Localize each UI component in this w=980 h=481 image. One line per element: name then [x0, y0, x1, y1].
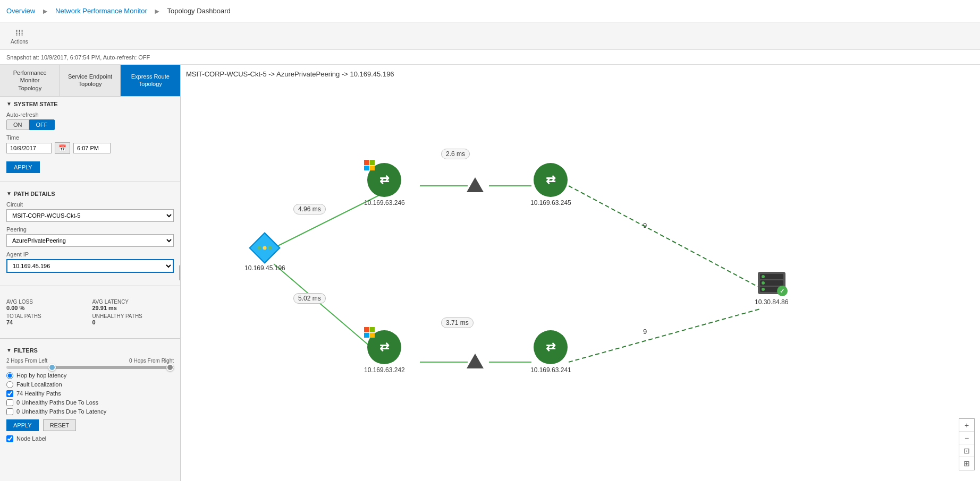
total-paths-value: 74	[6, 319, 88, 325]
check-node-label[interactable]	[6, 435, 13, 442]
ms-logo-n3-yellow	[370, 333, 375, 338]
filters-header: ▼ FILTERS	[6, 347, 174, 354]
system-apply-button[interactable]: APPLY	[6, 161, 40, 173]
breadcrumb-overview[interactable]: Overview	[6, 7, 35, 15]
peering-label: Peering	[6, 226, 174, 233]
check-healthy-row: 74 Healthy Paths	[6, 390, 174, 397]
node-n1-label: 10.169.63.246	[364, 199, 405, 207]
server-led-1	[762, 275, 765, 278]
time-row: Time 📅	[6, 134, 174, 154]
radio-fault-label: Fault Localization	[16, 381, 62, 388]
unhealthy-paths-label: UNHEALTHY PATHS	[92, 313, 174, 319]
calendar-button[interactable]: 📅	[55, 142, 70, 154]
peering-select[interactable]: AzurePrivatePeering	[6, 234, 174, 247]
system-state-section: ▼ SYSTEM STATE Auto-refresh ON OFF Time …	[0, 97, 180, 177]
auto-refresh-off[interactable]: OFF	[29, 119, 55, 130]
ms-logo-n3-green	[370, 327, 375, 332]
node-n3-icon: ⇄	[379, 340, 389, 354]
actions-icon: ⁞⁞⁞	[15, 28, 23, 38]
server-led-2	[762, 281, 765, 285]
node-label-check: Node Label	[16, 435, 46, 442]
path-details-chevron: ▼	[6, 191, 12, 196]
avg-loss-value: 0.00 %	[6, 305, 88, 311]
breadcrumb-npm[interactable]: Network Performance Monitor	[55, 7, 147, 15]
node-n4-circle: ⇄	[534, 330, 568, 364]
node-n4[interactable]: ⇄ 10.169.63.241	[530, 330, 571, 374]
unhealthy-paths-value: 0	[92, 319, 174, 325]
server-node[interactable]: ✓ 10.30.84.86	[755, 272, 788, 306]
avg-latency-item: AVG LATENCY 29.91 ms	[92, 299, 174, 311]
check-loss-row: 0 Unhealthy Paths Due To Loss	[6, 399, 174, 406]
check-loss[interactable]	[6, 399, 13, 406]
latency-badge-l1: 2.6 ms	[441, 149, 470, 159]
node-n3[interactable]: ⇄ 10.169.63.242	[364, 330, 405, 374]
check-loss-label: 0 Unhealthy Paths Due To Loss	[16, 399, 98, 406]
ms-logo-n3-red	[364, 327, 369, 332]
node-n3-circle: ⇄	[367, 330, 401, 364]
svg-line-7	[569, 309, 760, 362]
hops-slider[interactable]	[6, 366, 174, 369]
check-latency-row: 0 Unhealthy Paths Due To Latency	[6, 408, 174, 415]
breadcrumb-sep-2: ►	[154, 7, 161, 15]
auto-refresh-on[interactable]: ON	[6, 119, 29, 130]
radio-hop[interactable]	[6, 372, 13, 379]
circuit-label: Circuit	[6, 201, 174, 208]
node-n4-label: 10.169.63.241	[530, 366, 571, 374]
breadcrumb: Overview ► Network Performance Monitor ►…	[0, 0, 980, 22]
radio-fault[interactable]	[6, 381, 13, 388]
auto-refresh-row: Auto-refresh ON OFF	[6, 111, 174, 130]
agent-node[interactable]: 10.169.45.196	[244, 235, 285, 272]
date-input[interactable]	[6, 143, 52, 153]
node-n2-icon: ⇄	[546, 173, 555, 187]
node-n4-icon: ⇄	[546, 340, 555, 354]
hop-label-1: 9	[643, 221, 647, 229]
tab-performance-monitor[interactable]: Performance MonitorTopology	[0, 65, 60, 96]
datetime-row: 📅	[6, 142, 174, 154]
actions-button[interactable]: ⁞⁞⁞ Actions	[6, 25, 32, 47]
avg-loss-label: AVG LOSS	[6, 299, 88, 305]
check-latency[interactable]	[6, 408, 13, 415]
agent-ip-select[interactable]: 10.169.45.196	[6, 259, 174, 273]
ms-logo-n3-blue	[364, 333, 369, 338]
toolbar: ⁞⁞⁞ Actions	[0, 22, 980, 50]
agent-ip-row: Agent IP 10.169.45.196	[6, 251, 174, 273]
zoom-out-button[interactable]: −	[959, 432, 974, 444]
check-healthy[interactable]	[6, 390, 13, 397]
total-paths-item: TOTAL PATHS 74	[6, 313, 88, 325]
slider-thumb-right[interactable]	[166, 364, 174, 371]
server-label: 10.30.84.86	[755, 298, 788, 306]
node-n2[interactable]: ⇄ 10.169.63.245	[530, 163, 571, 207]
filters-title: FILTERS	[14, 347, 38, 354]
path-details-title: PATH DETAILS	[14, 191, 55, 197]
tab-service-endpoint[interactable]: Service EndpointTopology	[60, 65, 120, 96]
node-n1-icon: ⇄	[379, 173, 389, 187]
svg-line-6	[569, 186, 760, 288]
filters-chevron: ▼	[6, 347, 12, 353]
hop-label-2: 9	[643, 328, 647, 336]
hop-triangle-upper	[467, 177, 484, 192]
filter-reset-button[interactable]: RESET	[43, 419, 77, 431]
zoom-grid-button[interactable]: ⊞	[959, 457, 974, 470]
tab-express-route[interactable]: Express RouteTopology	[121, 65, 180, 96]
node-n2-label: 10.169.63.245	[530, 199, 571, 207]
latency-badge-l2: 4.96 ms	[293, 204, 326, 214]
server-row-2	[760, 280, 783, 286]
zoom-fit-button[interactable]: ⊡	[959, 444, 974, 457]
ms-logo-n3	[364, 327, 375, 338]
breadcrumb-sep-1: ►	[41, 7, 49, 15]
topology-canvas: MSIT-CORP-WCUS-Ckt-5 -> AzurePrivatePeer…	[181, 65, 980, 481]
stats-grid: AVG LOSS 0.00 % AVG LATENCY 29.91 ms TOT…	[6, 299, 174, 325]
slider-thumb-left[interactable]	[48, 364, 56, 371]
hops-right-label: 0 Hops From Right	[129, 358, 174, 364]
check-latency-label: 0 Unhealthy Paths Due To Latency	[16, 408, 106, 415]
avg-latency-label: AVG LATENCY	[92, 299, 174, 305]
circuit-select[interactable]: MSIT-CORP-WCUS-Ckt-5	[6, 209, 174, 222]
hop-triangle-lower	[467, 354, 484, 368]
node-n1[interactable]: ⇄ 10.169.63.246	[364, 163, 405, 207]
ms-logo-green	[370, 160, 375, 165]
stats-section: AVG LOSS 0.00 % AVG LATENCY 29.91 ms TOT…	[0, 290, 180, 334]
time-input[interactable]	[73, 143, 111, 153]
zoom-in-button[interactable]: +	[959, 419, 974, 432]
node-n2-circle: ⇄	[534, 163, 568, 197]
filter-apply-button[interactable]: APPLY	[6, 419, 39, 431]
